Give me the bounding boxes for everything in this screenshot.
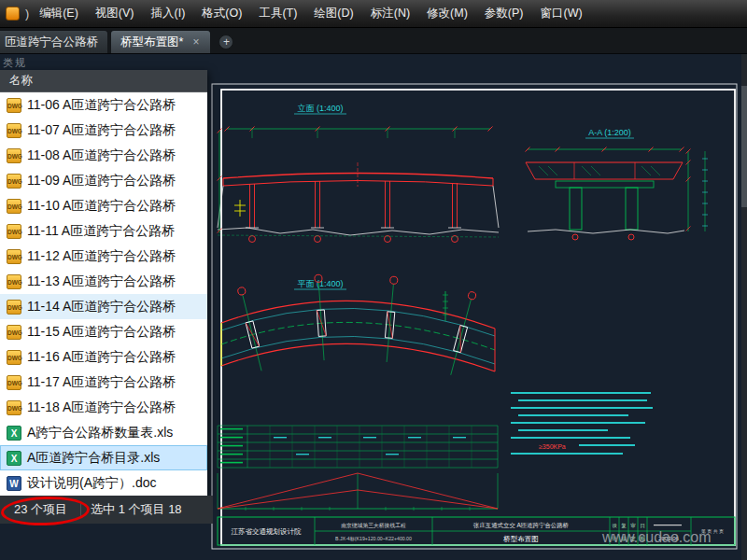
file-row[interactable]: W 设计说明(A跨宁）.doc — [0, 470, 207, 496]
notes-block: ≥350KPa — [511, 392, 653, 455]
titleblock-sign-0: 设 — [612, 523, 617, 528]
titleblock-sign-3: 日 — [640, 523, 645, 529]
menu-item-parameters[interactable]: 参数(P) — [476, 0, 532, 27]
drawing-frame — [212, 84, 737, 549]
plan-view-label: 平面 (1:400) — [297, 279, 343, 288]
file-name: 11-10 A匝道跨宁合公路桥 — [27, 198, 176, 215]
titleblock-sign-1: 复 — [621, 523, 627, 529]
plan-view: 平面 (1:400) — [221, 274, 495, 376]
profile-diagram — [218, 473, 498, 511]
close-icon[interactable]: × — [190, 36, 201, 48]
selection-status: 选中 1 个项目 18 — [91, 501, 182, 518]
file-row[interactable]: DWG 11-12 A匝道跨宁合公路桥 — [0, 244, 207, 269]
file-name: A匝道跨宁合桥目录.xls — [27, 450, 160, 467]
dwg-file-icon: DWG — [7, 249, 21, 264]
file-explorer-panel: 名称 DWG 11-06 A匝道跨宁合公路桥 DWG 11-07 A匝道跨宁合公… — [0, 70, 207, 496]
menu-item-partial[interactable]: ) — [25, 7, 29, 21]
titleblock-org: 江苏省交通规划设计院 — [232, 527, 303, 536]
menu-item-dimension[interactable]: 标注(N) — [362, 0, 418, 27]
file-name: 11-06 A匝道跨宁合公路桥 — [27, 97, 176, 114]
file-row[interactable]: DWG 11-09 A匝道跨宁合公路桥 — [0, 168, 207, 193]
dwg-file-icon: DWG — [7, 325, 21, 340]
file-name: 11-16 A匝道跨宁合公路桥 — [27, 349, 176, 366]
file-row[interactable]: DWG 11-15 A匝道跨宁合公路桥 — [0, 319, 207, 344]
file-row-selected[interactable]: X A匝道跨宁合桥目录.xls — [0, 445, 207, 470]
scrollbar-thumb[interactable] — [741, 86, 747, 207]
file-row[interactable]: DWG 11-06 A匝道跨宁合公路桥 — [0, 92, 207, 118]
docked-panel-label: 类规 — [3, 56, 27, 70]
column-header-name[interactable]: 名称 — [0, 70, 207, 92]
vertical-scrollbar[interactable] — [741, 54, 747, 560]
cad-viewport[interactable]: 立面 (1:400) — [210, 82, 742, 553]
data-table — [218, 426, 498, 468]
menu-item-format[interactable]: 格式(O) — [193, 0, 250, 27]
explorer-status-bar: 23 个项目 选中 1 个项目 18 — [0, 496, 213, 524]
titleblock-project-line2: B.JX-4标(K19+120.00~K22+400.00 — [335, 536, 412, 542]
file-name: 设计说明(A跨宁）.doc — [27, 475, 156, 492]
app-icon[interactable] — [6, 7, 20, 21]
titleblock-title-line1: 张庄互通式立交 A匝道跨宁合公路桥 — [472, 522, 570, 529]
dwg-file-icon: DWG — [7, 375, 21, 390]
menu-item-draw[interactable]: 绘图(D) — [305, 0, 361, 27]
document-tab-bar: 匝道跨宁合公路桥 桥型布置图* × + — [0, 28, 747, 54]
file-row[interactable]: DWG 11-13 A匝道跨宁合公路桥 — [0, 269, 207, 294]
section-view-label: A-A (1:200) — [588, 128, 631, 137]
xls-file-icon: X — [7, 451, 21, 466]
elevation-view-label: 立面 (1:400) — [297, 104, 343, 113]
file-name: 11-14 A匝道跨宁合公路桥 — [27, 299, 176, 315]
file-row[interactable]: DWG 11-11 A匝道跨宁合公路桥 — [0, 218, 207, 244]
file-name: 11-15 A匝道跨宁合公路桥 — [27, 324, 176, 341]
file-row[interactable]: DWG 11-16 A匝道跨宁合公路桥 — [0, 344, 207, 370]
file-name: 11-08 A匝道跨宁合公路桥 — [27, 147, 176, 164]
elevation-view: 立面 (1:400) — [218, 104, 500, 243]
dwg-file-icon: DWG — [7, 274, 21, 289]
file-row[interactable]: DWG 11-10 A匝道跨宁合公路桥 — [0, 193, 207, 218]
file-name: 11-17 A匝道跨宁合公路桥 — [27, 374, 176, 391]
new-tab-button[interactable]: + — [218, 35, 233, 49]
bridge-drawing[interactable]: 立面 (1:400) — [210, 82, 742, 553]
file-row-hovered[interactable]: DWG 11-14 A匝道跨宁合公路桥 — [0, 294, 207, 319]
column-header-name-label: 名称 — [9, 73, 33, 89]
menu-item-edit[interactable]: 编辑(E) — [31, 0, 87, 27]
dwg-file-icon: DWG — [7, 174, 21, 189]
dwg-file-icon: DWG — [7, 148, 21, 163]
dwg-file-icon: DWG — [7, 400, 21, 415]
file-row[interactable]: DWG 11-17 A匝道跨宁合公路桥 — [0, 370, 207, 395]
file-name: 11-12 A匝道跨宁合公路桥 — [27, 248, 176, 265]
dwg-file-icon: DWG — [7, 224, 21, 239]
file-name: 11-09 A匝道跨宁合公路桥 — [27, 173, 176, 189]
tab-bridge-layout[interactable]: 桥型布置图* × — [110, 30, 211, 53]
menu-bar: ) 编辑(E) 视图(V) 插入(I) 格式(O) 工具(T) 绘图(D) 标注… — [0, 0, 747, 28]
file-name: A跨宁合公路桥数量表.xls — [27, 425, 173, 441]
section-view: A-A (1:200) — [526, 128, 709, 240]
file-name: 11-13 A匝道跨宁合公路桥 — [27, 273, 176, 290]
dwg-file-icon: DWG — [7, 300, 21, 315]
xls-file-icon: X — [7, 426, 21, 441]
cad-main-area: 类规 立面 (1:400) — [0, 54, 747, 560]
titleblock-project-line1: 南京绕城第三大桥接线工程 — [341, 522, 406, 528]
dwg-file-icon: DWG — [7, 199, 21, 214]
file-name: 11-18 A匝道跨宁合公路桥 — [27, 399, 176, 416]
tab-ramp-bridge[interactable]: 匝道跨宁合公路桥 — [0, 30, 108, 53]
file-row[interactable]: DWG 11-07 A匝道跨宁合公路桥 — [0, 118, 207, 143]
dwg-file-icon: DWG — [7, 123, 21, 138]
file-row[interactable]: DWG 11-08 A匝道跨宁合公路桥 — [0, 143, 207, 168]
menu-item-view[interactable]: 视图(V) — [87, 0, 143, 27]
watermark: www.cudao.com — [601, 529, 712, 545]
tab-ramp-bridge-label: 匝道跨宁合公路桥 — [5, 35, 98, 50]
menu-item-modify[interactable]: 修改(M) — [418, 0, 476, 27]
titleblock-sign-2: 审 — [630, 523, 636, 528]
dwg-file-icon: DWG — [7, 350, 21, 365]
file-row[interactable]: X A跨宁合公路桥数量表.xls — [0, 420, 207, 445]
titleblock-title-line2: 桥型布置图 — [502, 535, 539, 543]
menu-item-insert[interactable]: 插入(I) — [143, 0, 194, 27]
tab-bridge-layout-label: 桥型布置图* — [120, 35, 183, 50]
file-name: 11-11 A匝道跨宁合公路桥 — [27, 223, 175, 240]
menu-item-window[interactable]: 窗口(W) — [532, 0, 591, 27]
item-count: 23 个项目 — [14, 501, 67, 518]
file-row[interactable]: DWG 11-18 A匝道跨宁合公路桥 — [0, 395, 207, 420]
status-divider — [80, 502, 81, 517]
bearing-capacity-note: ≥350KPa — [539, 443, 566, 450]
doc-file-icon: W — [7, 476, 21, 491]
menu-item-tools[interactable]: 工具(T) — [250, 0, 305, 27]
